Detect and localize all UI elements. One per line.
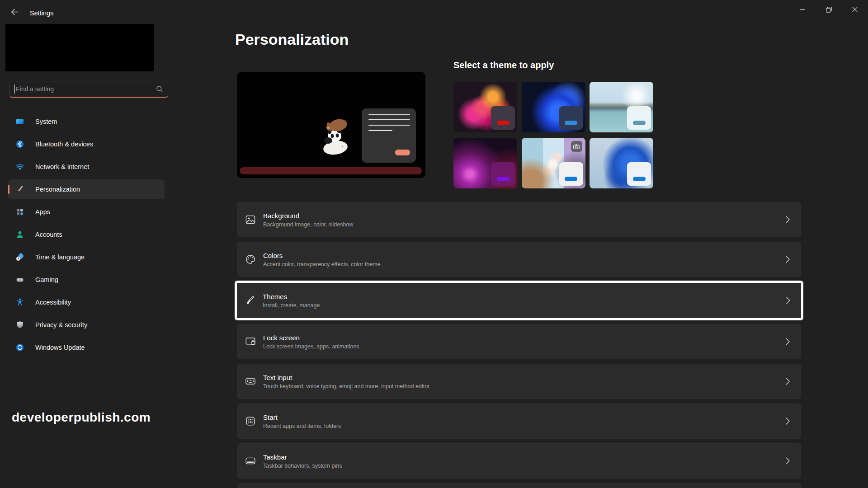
search-input[interactable] — [16, 85, 156, 93]
sidebar-item-personalization[interactable]: Personalization — [8, 179, 165, 199]
sidebar-item-accessibility[interactable]: Accessibility — [8, 292, 165, 312]
search-box[interactable] — [9, 81, 168, 98]
sidebar-item-accounts[interactable]: Accounts — [8, 225, 165, 244]
settings-row-partial[interactable] — [237, 483, 801, 488]
settings-row-taskbar[interactable]: Taskbar Taskbar behaviors, system pins — [237, 443, 801, 479]
lock-screen-icon — [245, 336, 256, 347]
preview-text-line — [368, 114, 410, 115]
row-subtitle: Touch keyboard, voice typing, emoji and … — [263, 383, 786, 389]
sidebar-item-bluetooth-devices[interactable]: Bluetooth & devices — [8, 134, 165, 154]
close-icon — [852, 7, 858, 12]
update-refresh-icon — [15, 343, 24, 352]
restore-icon — [826, 7, 832, 13]
theme-tile-windows-light-bloom[interactable] — [590, 138, 653, 188]
settings-row-text-input[interactable]: Text input Touch keyboard, voice typing,… — [237, 364, 801, 399]
gamepad-icon — [15, 275, 24, 284]
theme-tile-windows-dark-bloom[interactable] — [522, 82, 585, 132]
theme-tile-light-landscape[interactable] — [590, 82, 653, 132]
theme-accent-pill — [497, 121, 509, 125]
row-title: Themes — [263, 293, 786, 300]
sidebar-nav: System Bluetooth & devices Network & int… — [8, 112, 165, 360]
time-language-icon — [15, 253, 24, 262]
theme-mini-window — [491, 162, 515, 186]
sidebar-item-label: Windows Update — [35, 344, 85, 351]
preview-mini-window — [362, 108, 416, 163]
preview-text-line — [368, 130, 392, 131]
minimize-button[interactable] — [789, 0, 816, 19]
sidebar-item-system[interactable]: System — [8, 112, 165, 131]
sidebar-item-label: Apps — [35, 208, 50, 216]
camera-badge — [571, 141, 582, 152]
minimize-icon — [800, 7, 805, 12]
row-subtitle: Background image, color, slideshow — [263, 221, 786, 228]
settings-list: Background Background image, color, slid… — [237, 202, 801, 488]
sidebar-item-time-language[interactable]: Time & language — [8, 247, 165, 267]
apps-icon — [15, 207, 24, 216]
search-icon — [156, 85, 163, 93]
row-subtitle: Lock screen images, apps, animations — [263, 343, 786, 350]
chevron-right-icon — [786, 418, 790, 425]
chevron-right-icon — [786, 256, 790, 263]
theme-picker-grid — [453, 82, 653, 188]
start-menu-icon — [245, 415, 256, 427]
user-account-card-redacted[interactable] — [5, 24, 154, 71]
settings-row-lock-screen[interactable]: Lock screen Lock screen images, apps, an… — [237, 324, 801, 359]
sidebar-item-label: Time & language — [35, 253, 85, 261]
chevron-right-icon — [786, 457, 790, 465]
settings-row-themes[interactable]: Themes Install, create, manage — [235, 281, 803, 320]
sidebar-item-privacy-security[interactable]: Privacy & security — [8, 315, 165, 335]
keyboard-icon — [245, 375, 256, 387]
theme-mini-window — [559, 106, 583, 130]
preview-text-line — [368, 125, 410, 126]
preview-accent-button — [395, 150, 410, 155]
row-title: Start — [263, 413, 786, 421]
row-subtitle: Recent apps and items, folders — [263, 423, 786, 429]
chevron-right-icon — [786, 378, 790, 385]
settings-row-start[interactable]: Start Recent apps and items, folders — [237, 404, 801, 439]
sidebar-item-label: Accounts — [35, 231, 62, 238]
row-title: Taskbar — [263, 453, 786, 461]
sidebar-item-network-internet[interactable]: Network & internet — [8, 157, 165, 177]
theme-accent-pill — [633, 177, 646, 181]
camera-icon — [573, 144, 580, 149]
sidebar-item-label: Privacy & security — [35, 321, 87, 328]
bluetooth-icon — [15, 140, 24, 149]
taskbar-icon — [245, 455, 256, 467]
bears-wallpaper-illustration — [315, 113, 354, 156]
theme-tile-purple-glow[interactable] — [453, 138, 517, 188]
accounts-person-icon — [15, 230, 24, 239]
sidebar-item-label: Network & internet — [35, 163, 89, 170]
theme-mini-window — [559, 162, 583, 186]
back-button[interactable] — [5, 5, 24, 19]
row-subtitle: Accent color, transparency effects, colo… — [263, 261, 786, 267]
sidebar-item-windows-update[interactable]: Windows Update — [8, 338, 165, 357]
chevron-right-icon — [786, 297, 790, 304]
row-subtitle: Taskbar behaviors, system pins — [263, 463, 786, 469]
close-button[interactable] — [842, 0, 868, 19]
restore-button[interactable] — [816, 0, 842, 19]
chevron-right-icon — [786, 216, 790, 223]
sidebar-item-gaming[interactable]: Gaming — [8, 270, 165, 290]
palette-icon — [245, 253, 256, 265]
sidebar-item-label: System — [35, 118, 57, 125]
settings-row-background[interactable]: Background Background image, color, slid… — [237, 202, 801, 237]
settings-row-colors[interactable]: Colors Accent color, transparency effect… — [237, 242, 801, 277]
theme-accent-pill — [565, 121, 577, 125]
theme-tile-photo-collage[interactable] — [522, 138, 585, 188]
theme-tile-dark-flower[interactable] — [453, 82, 517, 132]
sidebar-item-label: Gaming — [35, 276, 58, 283]
sidebar-item-label: Bluetooth & devices — [35, 141, 93, 148]
theme-picker-heading: Select a theme to apply — [453, 60, 554, 70]
theme-mini-window — [627, 106, 651, 130]
row-title: Lock screen — [263, 334, 786, 342]
page-title: Personalization — [235, 31, 349, 48]
preview-taskbar — [240, 167, 422, 174]
sidebar-item-label: Accessibility — [35, 299, 71, 306]
preview-text-line — [368, 119, 410, 120]
background-image-icon — [245, 214, 256, 225]
sidebar-item-apps[interactable]: Apps — [8, 202, 165, 222]
theme-accent-pill — [497, 177, 509, 181]
row-title: Colors — [263, 252, 786, 259]
personalization-brush-icon — [15, 185, 24, 194]
app-title: Settings — [30, 9, 53, 17]
